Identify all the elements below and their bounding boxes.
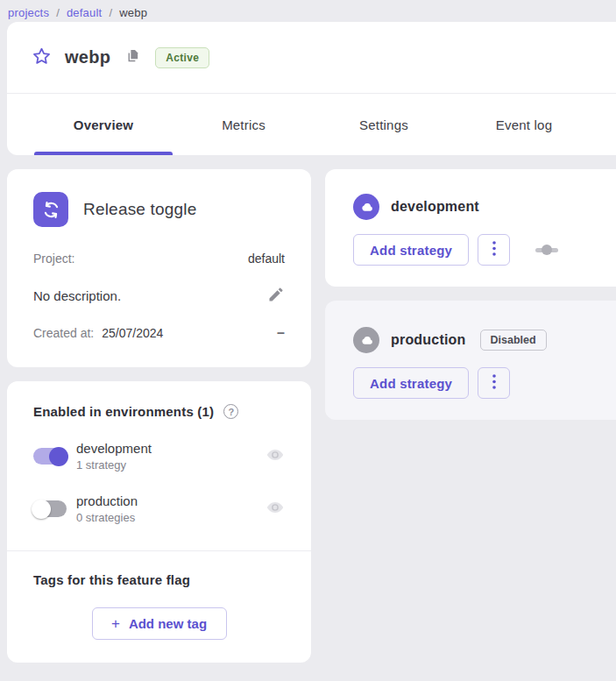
flag-metadata-card: Release toggle Project: default No descr… <box>7 169 311 367</box>
created-label: Created at: <box>33 326 94 340</box>
environment-card-title: development <box>391 199 479 215</box>
environment-card-title: production <box>391 332 466 348</box>
breadcrumb-current-webp: webp <box>119 6 147 19</box>
created-pair: Created at: 25/07/2024 <box>33 326 163 340</box>
more-actions-button[interactable] <box>478 367 510 399</box>
star-icon <box>31 46 53 70</box>
tags-title: Tags for this feature flag <box>33 572 285 587</box>
page-title: webp <box>65 47 110 67</box>
feature-title-row: webp Active <box>7 22 616 93</box>
project-value[interactable]: default <box>248 252 285 266</box>
feature-side-panel: Enabled in environments (1) ? developmen… <box>7 381 311 663</box>
kebab-menu-icon <box>492 241 496 259</box>
copy-name-button[interactable] <box>125 48 140 67</box>
enabled-environments-title: Enabled in environments (1) <box>33 404 214 419</box>
copy-icon <box>125 48 140 67</box>
active-tab-indicator <box>34 152 173 155</box>
production-labels: production 0 strategies <box>76 493 138 524</box>
tab-settings[interactable]: Settings <box>314 94 454 155</box>
favorite-star-button[interactable] <box>31 46 53 70</box>
eye-icon <box>266 498 285 520</box>
tab-metrics-label: Metrics <box>222 117 266 132</box>
environment-card-production: production Disabled Add strategy <box>325 301 616 420</box>
add-new-tag-button[interactable]: + Add new tag <box>92 607 227 640</box>
kebab-menu-icon <box>492 374 496 392</box>
left-column: Release toggle Project: default No descr… <box>7 169 311 663</box>
created-row: Created at: 25/07/2024 – <box>33 323 285 343</box>
production-card-actions: Add strategy <box>353 367 612 399</box>
tab-event-log[interactable]: Event log <box>454 94 594 155</box>
description-row: No description. <box>33 286 285 306</box>
preview-development-button[interactable] <box>266 445 285 467</box>
tags-section: Tags for this feature flag + Add new tag <box>7 551 311 663</box>
main-content: Release toggle Project: default No descr… <box>7 169 616 663</box>
breadcrumb-projects[interactable]: projects <box>8 6 49 19</box>
production-toggle[interactable] <box>33 500 67 517</box>
feature-header-card: webp Active Overview Metrics Settings Ev… <box>7 22 616 155</box>
edit-description-button[interactable] <box>267 286 285 306</box>
feature-tabs: Overview Metrics Settings Event log <box>7 94 616 155</box>
description-text: No description. <box>33 288 121 303</box>
environment-card-development: development Add strategy <box>325 169 616 287</box>
environment-row-development: development 1 strategy <box>33 441 285 472</box>
add-new-tag-label: Add new tag <box>129 616 207 631</box>
cloud-icon <box>353 194 379 220</box>
project-row: Project: default <box>33 249 285 268</box>
environment-strategy-count: 1 strategy <box>76 458 152 472</box>
release-toggle-icon <box>33 192 68 227</box>
pencil-icon <box>267 286 285 306</box>
enabled-environments-section: Enabled in environments (1) ? developmen… <box>7 381 311 550</box>
eye-icon <box>266 445 285 467</box>
more-actions-button[interactable] <box>478 234 510 266</box>
environment-name: development <box>76 441 152 456</box>
tab-settings-label: Settings <box>359 117 408 132</box>
enabled-environments-heading: Enabled in environments (1) ? <box>33 404 285 419</box>
right-column: development Add strategy <box>325 169 616 420</box>
environment-row-production: production 0 strategies <box>33 493 285 524</box>
environment-strategy-count: 0 strategies <box>76 511 138 524</box>
tab-metrics[interactable]: Metrics <box>173 94 314 155</box>
preview-production-button[interactable] <box>266 498 285 520</box>
breadcrumb-separator: / <box>56 6 60 19</box>
development-toggle[interactable] <box>33 448 67 465</box>
development-card-header: development <box>353 194 612 220</box>
flag-type-name: Release toggle <box>83 200 197 219</box>
tab-overview[interactable]: Overview <box>33 94 173 155</box>
environment-name: production <box>76 493 138 508</box>
breadcrumb-separator: / <box>109 6 112 19</box>
cloud-icon <box>353 327 379 353</box>
development-labels: development 1 strategy <box>76 441 152 472</box>
breadcrumb: projects / default / webp <box>0 0 616 22</box>
project-label: Project: <box>33 252 74 266</box>
production-card-header: production Disabled <box>353 327 612 353</box>
help-icon[interactable]: ? <box>223 404 238 419</box>
add-strategy-button[interactable]: Add strategy <box>353 234 469 266</box>
breadcrumb-default[interactable]: default <box>67 6 102 19</box>
add-strategy-button[interactable]: Add strategy <box>353 367 469 399</box>
plus-icon: + <box>111 615 120 633</box>
environment-enable-toggle[interactable] <box>535 248 558 252</box>
disabled-badge: Disabled <box>480 330 547 351</box>
status-badge: Active <box>155 47 209 68</box>
flag-type-row: Release toggle <box>33 192 285 227</box>
tab-event-log-label: Event log <box>496 117 552 132</box>
tab-overview-label: Overview <box>74 117 133 132</box>
collapse-card-button[interactable]: – <box>277 326 285 340</box>
created-value: 25/07/2024 <box>102 326 163 340</box>
development-card-actions: Add strategy <box>353 234 612 266</box>
